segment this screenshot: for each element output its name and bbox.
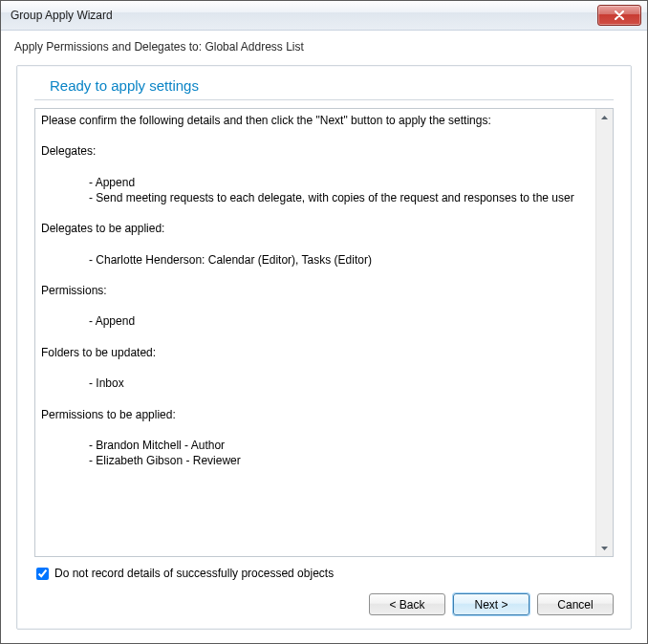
next-button[interactable]: Next > [453,593,529,615]
checkbox-row: Do not record details of successfully pr… [36,567,614,580]
cancel-button[interactable]: Cancel [537,593,614,615]
close-icon [614,11,625,20]
scroll-down-icon[interactable] [596,540,613,556]
do-not-record-label[interactable]: Do not record details of successfully pr… [54,567,334,580]
subtitle: Apply Permissions and Delegates to: Glob… [1,31,647,59]
close-button[interactable] [597,5,641,26]
window-title: Group Apply Wizard [11,9,597,22]
scroll-up-icon[interactable] [596,109,613,125]
section-heading: Ready to apply settings [17,66,631,99]
button-bar: < Back Next > Cancel [17,593,631,629]
scrollbar[interactable] [595,109,613,556]
summary-box: Please confirm the following details and… [34,108,614,557]
content-frame: Ready to apply settings Please confirm t… [16,65,632,630]
divider [34,99,614,100]
wizard-window: Group Apply Wizard Apply Permissions and… [0,0,648,644]
summary-text[interactable]: Please confirm the following details and… [35,109,595,556]
back-button[interactable]: < Back [369,593,445,615]
do-not-record-checkbox[interactable] [36,568,49,580]
titlebar: Group Apply Wizard [1,1,647,31]
